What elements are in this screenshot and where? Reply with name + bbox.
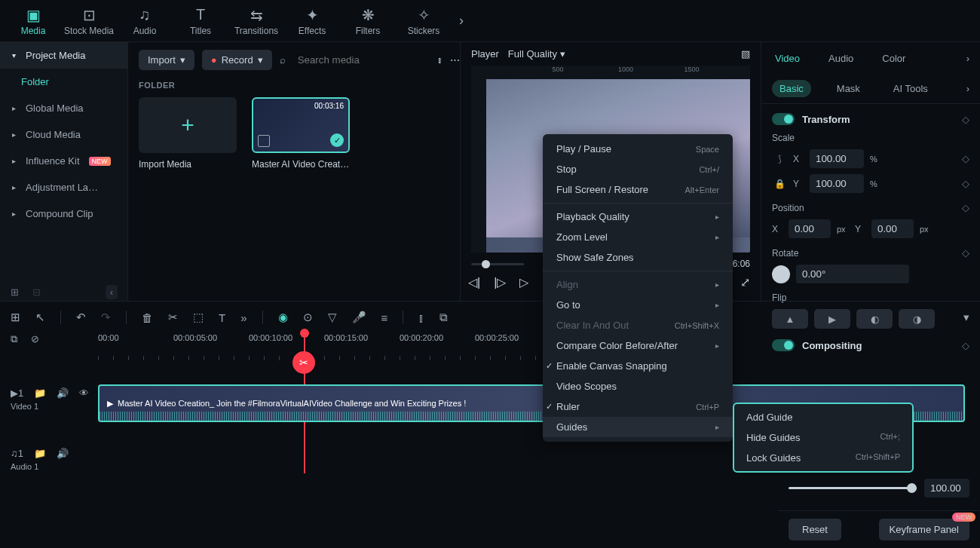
keyframe-diamond-icon[interactable]: ◇ (962, 178, 969, 189)
flip-4-button[interactable]: ◑ (899, 309, 935, 329)
scale-y-input[interactable] (810, 174, 864, 193)
sub-hide-guides[interactable]: Hide GuidesCtrl+; (734, 427, 912, 448)
folder-icon[interactable]: 📁 (34, 448, 46, 459)
opacity-slider[interactable] (789, 487, 917, 489)
sub-lock-guides[interactable]: Lock GuidesCtrl+Shift+P (734, 448, 912, 468)
sidebar-project-media[interactable]: ▾Project Media (0, 42, 127, 69)
keyframe-diamond-icon[interactable]: ◇ (962, 247, 969, 259)
tab-media[interactable]: ▣Media (6, 0, 60, 42)
reset-button[interactable]: Reset (789, 519, 841, 540)
playhead[interactable] (300, 329, 309, 338)
zoom-slider[interactable] (471, 263, 524, 265)
keyframe-diamond-icon[interactable]: ◇ (962, 153, 969, 164)
filter-icon[interactable]: ⫾ (437, 54, 443, 66)
rotate-dial[interactable] (772, 265, 790, 283)
quality-dropdown[interactable]: Full Quality ▾ (508, 48, 565, 60)
crop-icon[interactable]: ⬚ (193, 311, 204, 324)
record-button[interactable]: ●Record▾ (202, 50, 272, 70)
rotate-input[interactable] (796, 265, 909, 283)
props-more[interactable]: › (966, 53, 969, 64)
dropdown-icon[interactable]: ▾ (963, 311, 969, 324)
text-icon[interactable]: T (219, 311, 225, 324)
fullscreen-icon[interactable]: ⤢ (740, 275, 750, 289)
keyframe-diamond-icon[interactable]: ◇ (962, 114, 969, 125)
ctx-playback-quality[interactable]: Playback Quality▸ (543, 207, 733, 227)
import-media-card[interactable]: + Import Media (139, 97, 237, 170)
import-button[interactable]: Import▾ (139, 50, 194, 70)
scale-x-input[interactable] (810, 149, 864, 168)
lock-icon[interactable]: 🔒 (772, 179, 787, 189)
position-x-input[interactable] (789, 219, 831, 238)
cut-icon[interactable]: ✂ (168, 311, 178, 324)
collapse-sidebar-icon[interactable]: ‹ (106, 285, 118, 299)
tab-video[interactable]: Video (772, 45, 803, 72)
ctx-guides[interactable]: Guides▸ (543, 417, 733, 437)
ctx-video-scopes[interactable]: Video Scopes (543, 376, 733, 396)
sidebar-cloud-media[interactable]: ▸Cloud Media (0, 121, 127, 148)
ctx-compare-color[interactable]: Compare Color Before/After▸ (543, 335, 733, 356)
media-clip-card[interactable]: 00:03:16 ✓ Master AI Video Creati… (252, 97, 350, 170)
subtab-mask[interactable]: Mask (829, 80, 868, 97)
align-icon[interactable]: ≡ (381, 311, 388, 324)
subtab-basic[interactable]: Basic (772, 80, 811, 97)
prev-frame-icon[interactable]: ◁| (468, 275, 480, 289)
search-input[interactable] (293, 50, 430, 70)
flip-3-button[interactable]: ◐ (856, 309, 893, 329)
visibility-icon[interactable]: 👁 (79, 387, 89, 399)
sub-add-guide[interactable]: Add Guide (734, 407, 912, 427)
flip-v-button[interactable]: ▶ (814, 309, 850, 329)
ctx-canvas-snapping[interactable]: ✓Enable Canvas Snapping (543, 356, 733, 376)
ctx-play-pause[interactable]: Play / PauseSpace (543, 139, 733, 159)
toolbar-more[interactable]: › (452, 13, 470, 29)
timeline-ruler[interactable]: ⧉ ⊘ 00:00 00:00:05:00 00:00:10:00 00:00:… (0, 333, 980, 356)
ai-icon[interactable]: ◉ (278, 311, 288, 324)
video-track-icon[interactable]: ▶1 (11, 387, 23, 399)
more-tools-icon[interactable]: » (240, 311, 247, 324)
play-icon[interactable]: ▷ (519, 275, 528, 289)
tab-effects[interactable]: ✦Effects (285, 0, 339, 42)
delete-folder-icon[interactable]: ⊟ (32, 286, 41, 298)
chain-icon[interactable]: ⊘ (31, 333, 39, 345)
pointer-icon[interactable]: ↖ (35, 311, 45, 324)
link-icon[interactable]: ⟆ (772, 154, 787, 164)
grid-icon[interactable]: ⊞ (11, 311, 20, 324)
sidebar-adjustment-layer[interactable]: ▸Adjustment La… (0, 174, 127, 201)
tab-transitions[interactable]: ⇆Transitions (229, 0, 283, 42)
sidebar-compound-clip[interactable]: ▸Compound Clip (0, 201, 127, 227)
ctx-goto[interactable]: Go to▸ (543, 295, 733, 315)
sidebar-folder[interactable]: Folder (0, 69, 127, 95)
folder-icon[interactable]: 📁 (34, 387, 46, 399)
ctx-fullscreen[interactable]: Full Screen / RestoreAlt+Enter (543, 179, 733, 200)
sidebar-influence-kit[interactable]: ▸Influence KitNEW (0, 148, 127, 174)
tab-audio[interactable]: ♫Audio (118, 0, 172, 42)
tab-stickers[interactable]: ✧Stickers (397, 0, 451, 42)
undo-icon[interactable]: ↶ (76, 311, 86, 324)
more-icon[interactable]: ⋯ (450, 54, 460, 66)
mute-icon[interactable]: 🔊 (57, 387, 69, 399)
ctx-zoom-level[interactable]: Zoom Level▸ (543, 227, 733, 247)
ctx-ruler[interactable]: ✓RulerCtrl+P (543, 396, 733, 417)
subtabs-more[interactable]: › (966, 83, 969, 94)
link-icon[interactable]: ⧉ (439, 311, 448, 324)
subtab-ai-tools[interactable]: AI Tools (886, 80, 936, 97)
tab-filters[interactable]: ❋Filters (341, 0, 395, 42)
mute-icon[interactable]: 🔊 (57, 448, 69, 459)
next-frame-icon[interactable]: |▷ (494, 275, 506, 289)
new-folder-icon[interactable]: ⊞ (11, 286, 19, 298)
speed-icon[interactable]: ⊙ (303, 311, 313, 324)
keyframe-panel-button[interactable]: Keyframe PanelNEW (879, 519, 970, 540)
tab-stock-media[interactable]: ⊡Stock Media (62, 0, 116, 42)
opacity-input[interactable] (924, 479, 969, 497)
tab-color[interactable]: Color (879, 45, 908, 72)
audio-track-icon[interactable]: ♫1 (11, 448, 23, 459)
keyframe-diamond-icon[interactable]: ◇ (962, 202, 969, 213)
sidebar-global-media[interactable]: ▸Global Media (0, 95, 127, 121)
ctx-safe-zones[interactable]: Show Safe Zones (543, 247, 733, 268)
snapshot-icon[interactable]: ▧ (741, 48, 750, 60)
playhead-cut-icon[interactable]: ✂ (292, 351, 315, 374)
mic-icon[interactable]: 🎤 (352, 311, 366, 324)
tab-titles[interactable]: TTitles (173, 0, 228, 42)
ctx-stop[interactable]: StopCtrl+/ (543, 159, 733, 179)
copy-icon[interactable]: ⧉ (11, 333, 17, 345)
magnetic-icon[interactable]: ⫿ (418, 311, 424, 324)
